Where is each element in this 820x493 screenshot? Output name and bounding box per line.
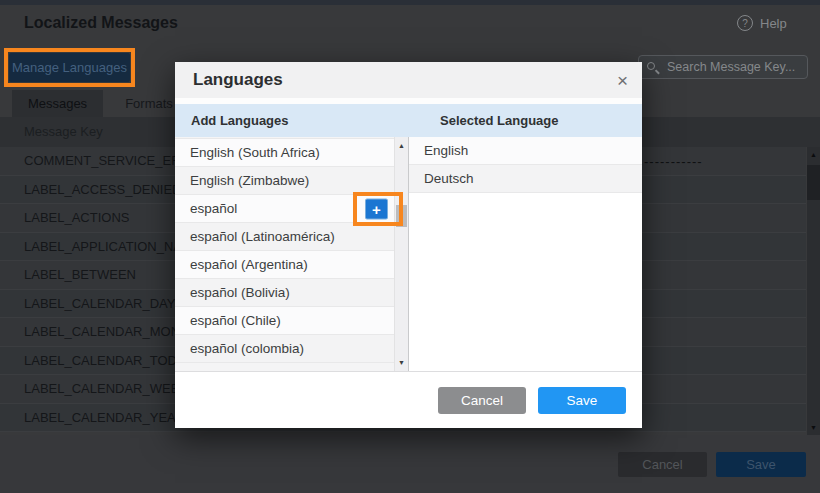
scroll-down-icon[interactable]: ▼: [807, 424, 820, 431]
message-value: -----------: [644, 147, 703, 176]
language-option[interactable]: español (Argentina): [175, 251, 394, 279]
add-languages-list: English (South Africa) English (Zimbabwe…: [175, 137, 409, 371]
tab-messages[interactable]: Messages: [12, 90, 103, 117]
search-box[interactable]: [638, 55, 808, 79]
help-button[interactable]: ? Help: [737, 15, 787, 31]
language-option[interactable]: español (Bolivia): [175, 279, 394, 307]
plus-icon: +: [372, 200, 381, 217]
page-title: Localized Messages: [24, 14, 178, 32]
dialog-column-headers: Add Languages Selected Language: [175, 104, 642, 137]
dialog-cancel-button[interactable]: Cancel: [438, 387, 526, 414]
page-scrollbar[interactable]: ▲ ▼: [807, 147, 820, 435]
selected-language-item[interactable]: English: [409, 137, 642, 165]
page-scrollbar-thumb[interactable]: [807, 165, 820, 200]
selected-language-item[interactable]: Deutsch: [409, 165, 642, 193]
help-icon: ?: [737, 15, 753, 31]
list-clipped-row: [175, 363, 394, 371]
manage-languages-button[interactable]: Manage Languages: [9, 53, 130, 82]
selected-language-column-header: Selected Language: [409, 113, 558, 128]
search-icon: [647, 61, 660, 74]
dialog-title: Languages: [193, 70, 283, 90]
add-language-button[interactable]: +: [365, 198, 388, 219]
languages-dialog: Languages × Add Languages Selected Langu…: [175, 62, 642, 428]
help-label: Help: [760, 16, 787, 31]
page-cancel-button[interactable]: Cancel: [618, 452, 707, 477]
dialog-save-button[interactable]: Save: [538, 387, 626, 414]
language-option[interactable]: español (Chile): [175, 307, 394, 335]
dialog-list-scrollbar[interactable]: ▲ ▼: [394, 137, 408, 371]
dialog-body: English (South Africa) English (Zimbabwe…: [175, 137, 642, 371]
dialog-footer: Cancel Save: [175, 371, 642, 428]
scroll-down-icon[interactable]: ▼: [395, 359, 408, 366]
selected-languages-list: English Deutsch: [409, 137, 642, 371]
language-option[interactable]: español (colombia): [175, 335, 394, 363]
dialog-scrollbar-thumb[interactable]: [396, 205, 407, 227]
message-key-column-label: Message Key: [24, 124, 103, 139]
close-icon[interactable]: ×: [617, 71, 628, 90]
language-option[interactable]: English (Zimbabwe): [175, 167, 394, 195]
top-strip: [0, 0, 820, 5]
scroll-up-icon[interactable]: ▲: [807, 151, 820, 158]
add-languages-column-header: Add Languages: [175, 113, 409, 128]
dialog-header: Languages ×: [175, 62, 642, 98]
scroll-up-icon[interactable]: ▲: [395, 142, 408, 149]
language-option[interactable]: español (Latinoamérica): [175, 223, 394, 251]
search-input[interactable]: [667, 60, 799, 74]
page-save-button[interactable]: Save: [716, 452, 806, 477]
language-option[interactable]: español +: [175, 195, 394, 223]
language-option[interactable]: English (South Africa): [175, 139, 394, 167]
